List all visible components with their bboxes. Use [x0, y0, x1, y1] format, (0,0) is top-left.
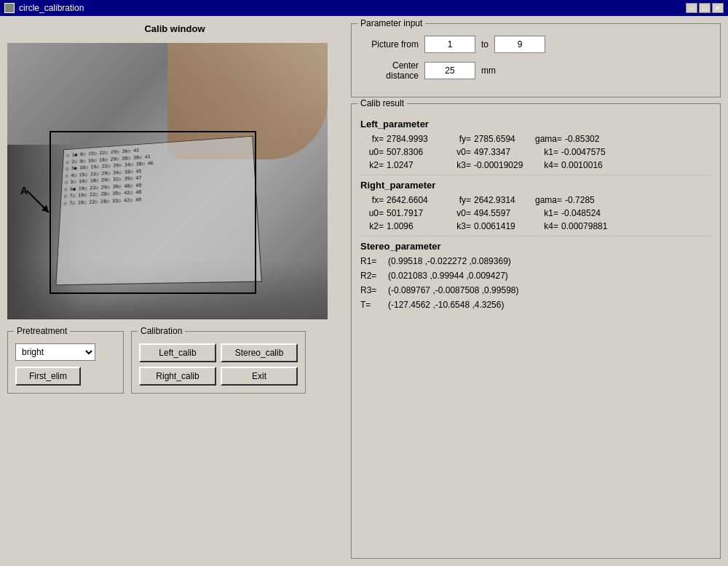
- right-fy-label: fy=: [448, 195, 471, 205]
- left-k3-value: -0.00019029: [474, 160, 532, 170]
- left-param-title: Left_parameter: [360, 119, 711, 129]
- to-label: to: [481, 39, 488, 49]
- right-fx-row: fx= 2642.6604 fy= 2642.9314 gama= -0.728…: [360, 195, 711, 205]
- stereo-t-value: (-127.4562 ,-10.6548 ,4.3256): [388, 300, 504, 310]
- right-k1-value: -0.048524: [561, 208, 620, 218]
- right-k4-label: k4=: [535, 221, 558, 231]
- right-k3-value: 0.0061419: [474, 221, 532, 231]
- center-distance-row: Centerdistance 25 mm: [360, 60, 711, 81]
- right-u0-label: u0=: [360, 208, 384, 218]
- stereo-r2-row: R2= (0.021083 ,0.99944 ,0.009427): [360, 271, 711, 281]
- picture-to-input[interactable]: 9: [494, 36, 545, 53]
- left-fy-label: fy=: [448, 134, 471, 144]
- left-fy-value: 2785.6594: [474, 134, 532, 144]
- main-window: Calib window ○ 1● 8○ 15○ 22○ 29○ 36○ 43 …: [0, 16, 728, 566]
- right-fx-label: fx=: [360, 195, 384, 205]
- left-k4-label: k4=: [535, 160, 558, 170]
- left-u0-value: 507.8306: [387, 147, 445, 157]
- left-k1-value: -0.0047575: [561, 147, 620, 157]
- stereo-t-label: T=: [360, 300, 382, 310]
- right-k3-label: k3=: [448, 221, 471, 231]
- calib-image-area: ○ 1● 8○ 15○ 22○ 29○ 36○ 43 ○ 2○ 9○ 16○ 1…: [7, 43, 328, 319]
- pretreatment-title: Pretreatment: [14, 326, 70, 336]
- minimize-button[interactable]: ─: [686, 3, 697, 13]
- first-elim-button[interactable]: First_elim: [15, 367, 81, 386]
- left-k4-value: 0.0010016: [561, 160, 620, 170]
- stereo-r1-value: (0.99518 ,-0.022272 ,0.089369): [388, 256, 511, 266]
- stereo-r1-row: R1= (0.99518 ,-0.022272 ,0.089369): [360, 256, 711, 266]
- content-area: Calib window ○ 1● 8○ 15○ 22○ 29○ 36○ 43 …: [7, 23, 721, 559]
- title-bar: circle_calibration ─ □ ✕: [0, 0, 728, 16]
- right-v0-label: v0=: [448, 208, 471, 218]
- close-button[interactable]: ✕: [712, 3, 724, 13]
- right-gama-label: gama=: [535, 195, 562, 205]
- pretreatment-group: Pretreatment bright dark normal First_el…: [7, 331, 124, 394]
- window-controls: ─ □ ✕: [686, 3, 724, 13]
- calibration-title: Calibration: [138, 326, 185, 336]
- stereo-t-row: T= (-127.4562 ,-10.6548 ,4.3256): [360, 300, 711, 310]
- stereo-r2-value: (0.021083 ,0.99944 ,0.009427): [388, 271, 508, 281]
- stereo-r3-row: R3= (-0.089767 ,-0.0087508 ,0.99598): [360, 285, 711, 295]
- left-u0-row: u0= 507.8306 v0= 497.3347 k1= -0.0047575: [360, 147, 711, 157]
- right-k1-label: k1=: [535, 208, 558, 218]
- right-k2-value: 1.0096: [387, 221, 445, 231]
- right-k4-value: 0.00079881: [561, 221, 620, 231]
- stereo-r3-value: (-0.089767 ,-0.0087508 ,0.99598): [388, 285, 518, 295]
- center-distance-label: Centerdistance: [360, 60, 419, 81]
- left-k2-row: k2= 1.0247 k3= -0.00019029 k4= 0.0010016: [360, 160, 711, 170]
- right-u0-value: 501.7917: [387, 208, 445, 218]
- stereo-r1-label: R1=: [360, 256, 382, 266]
- center-distance-input[interactable]: 25: [424, 62, 475, 79]
- pretreatment-select[interactable]: bright dark normal: [15, 343, 95, 361]
- stereo-param-title: Stereo_parameter: [360, 241, 711, 252]
- right-fy-value: 2642.9314: [474, 195, 532, 205]
- calib-window-label: Calib window: [7, 23, 342, 34]
- divider-1: [360, 175, 711, 175]
- window-title: circle_calibration: [19, 3, 84, 13]
- divider-2: [360, 236, 711, 236]
- calibration-group: Calibration Left_calib Stereo_calib Righ…: [131, 331, 306, 394]
- left-fx-value: 2784.9993: [387, 134, 445, 144]
- left-fx-label: fx=: [360, 134, 384, 144]
- right-panel: Parameter input Picture from 1 to 9 Cent…: [351, 23, 721, 559]
- point-a-arrow: [23, 187, 60, 223]
- left-panel: Calib window ○ 1● 8○ 15○ 22○ 29○ 36○ 43 …: [7, 23, 342, 559]
- right-v0-value: 494.5597: [474, 208, 532, 218]
- left-calib-button[interactable]: Left_calib: [139, 343, 216, 362]
- left-gama-value: -0.85302: [565, 134, 623, 144]
- bottom-panels: Pretreatment bright dark normal First_el…: [7, 331, 342, 394]
- calibration-buttons: Left_calib Stereo_calib Right_calib Exit: [139, 343, 298, 386]
- left-k1-label: k1=: [535, 147, 558, 157]
- picture-from-input[interactable]: 1: [424, 36, 475, 53]
- left-k2-label: k2=: [360, 160, 384, 170]
- picture-from-label: Picture from: [360, 39, 419, 49]
- mm-label: mm: [481, 65, 496, 76]
- param-input-title: Parameter input: [357, 18, 425, 28]
- calib-result-group: Calib result Left_parameter fx= 2784.999…: [351, 103, 721, 559]
- pretreatment-dropdown-row: bright dark normal: [15, 343, 116, 361]
- stereo-calib-button[interactable]: Stereo_calib: [221, 343, 298, 362]
- maximize-button[interactable]: □: [699, 3, 711, 13]
- param-input-group: Parameter input Picture from 1 to 9 Cent…: [351, 23, 721, 97]
- app-icon: [4, 3, 15, 13]
- right-k2-row: k2= 1.0096 k3= 0.0061419 k4= 0.00079881: [360, 221, 711, 231]
- picture-from-row: Picture from 1 to 9: [360, 36, 711, 53]
- right-k2-label: k2=: [360, 221, 384, 231]
- calib-result-title: Calib result: [357, 98, 407, 108]
- left-gama-label: gama=: [535, 134, 562, 144]
- right-fx-value: 2642.6604: [387, 195, 445, 205]
- right-calib-button[interactable]: Right_calib: [139, 367, 216, 386]
- stereo-r2-label: R2=: [360, 271, 382, 281]
- selection-rect: [50, 131, 256, 294]
- left-k2-value: 1.0247: [387, 160, 445, 170]
- left-fx-row: fx= 2784.9993 fy= 2785.6594 gama= -0.853…: [360, 134, 711, 144]
- image-placeholder: ○ 1● 8○ 15○ 22○ 29○ 36○ 43 ○ 2○ 9○ 16○ 1…: [7, 43, 328, 319]
- exit-button[interactable]: Exit: [221, 367, 298, 386]
- right-gama-value: -0.7285: [565, 195, 623, 205]
- left-u0-label: u0=: [360, 147, 384, 157]
- right-param-title: Right_parameter: [360, 180, 711, 191]
- right-u0-row: u0= 501.7917 v0= 494.5597 k1= -0.048524: [360, 208, 711, 218]
- left-k3-label: k3=: [448, 160, 471, 170]
- left-v0-value: 497.3347: [474, 147, 532, 157]
- stereo-r3-label: R3=: [360, 285, 382, 295]
